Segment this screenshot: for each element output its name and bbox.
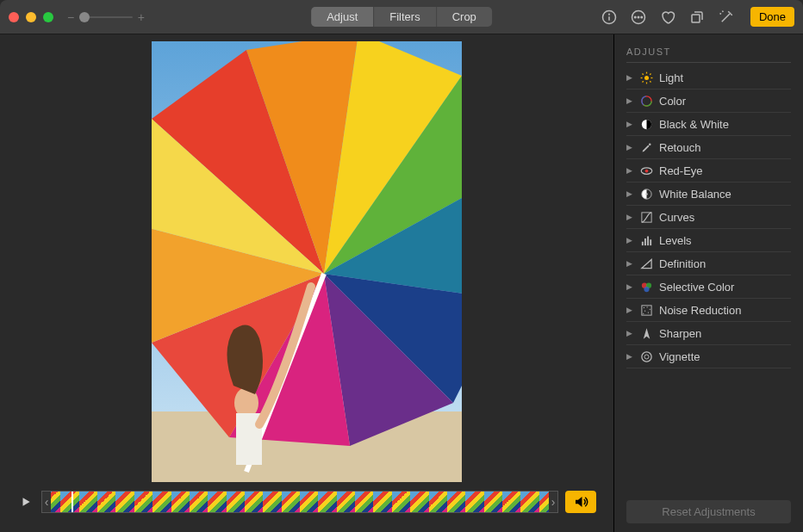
svg-rect-32	[641, 241, 643, 244]
adjust-item-label: Definition	[659, 257, 706, 270]
chevron-right-icon: ▶	[626, 282, 633, 291]
svg-line-18	[642, 73, 643, 74]
chevron-right-icon: ▶	[626, 73, 633, 82]
video-timeline[interactable]: ‹ document.write(Array.from({length:28})…	[41, 491, 558, 513]
chevron-right-icon: ▶	[626, 120, 633, 128]
svg-point-40	[643, 306, 644, 307]
chevron-right-icon: ▶	[626, 306, 633, 314]
svg-point-43	[644, 310, 645, 311]
adjust-sidebar: ADJUST ▶Light▶Color▶Black & White▶Retouc…	[613, 34, 803, 532]
fullscreen-window-button[interactable]	[43, 12, 53, 22]
sidebar-heading: ADJUST	[626, 46, 791, 63]
svg-point-30	[645, 193, 648, 195]
adjust-item-label: Retouch	[659, 141, 700, 154]
svg-point-28	[644, 169, 648, 172]
svg-point-42	[649, 308, 650, 309]
tab-crop[interactable]: Crop	[436, 7, 492, 27]
levels-icon	[639, 233, 653, 247]
audio-button[interactable]	[565, 491, 596, 513]
tab-filters[interactable]: Filters	[373, 7, 435, 27]
adjust-item-label: Red-Eye	[659, 164, 703, 177]
adjust-item-bw[interactable]: ▶Black & White	[626, 113, 791, 136]
zoom-in-icon: +	[138, 10, 145, 24]
adjust-item-definition[interactable]: ▶Definition	[626, 252, 791, 275]
adjust-item-redeye[interactable]: ▶Red-Eye	[626, 159, 791, 182]
adjust-item-selcolor[interactable]: ▶Selective Color	[626, 275, 791, 299]
adjust-item-label: Sharpen	[659, 327, 701, 340]
close-window-button[interactable]	[9, 12, 19, 22]
adjust-item-label: White Balance	[659, 188, 731, 201]
svg-rect-33	[644, 238, 646, 245]
titlebar: − + Adjust Filters Crop Done	[0, 0, 803, 34]
vignette-icon	[639, 350, 653, 363]
adjust-item-label: Vignette	[659, 350, 700, 363]
svg-rect-7	[692, 15, 700, 22]
chevron-right-icon: ▶	[626, 213, 633, 221]
svg-line-20	[642, 81, 643, 82]
adjust-item-color[interactable]: ▶Color	[626, 90, 791, 113]
adjust-item-label: Curves	[659, 211, 694, 224]
photo-preview[interactable]	[152, 41, 462, 482]
adjust-item-label: Light	[659, 71, 683, 84]
redeye-icon	[639, 164, 653, 177]
svg-point-46	[641, 351, 650, 361]
chevron-right-icon: ▶	[626, 236, 633, 244]
more-button[interactable]	[630, 9, 647, 26]
svg-point-4	[634, 16, 636, 18]
trim-handle-left[interactable]: ‹	[42, 492, 51, 512]
noise-icon	[639, 303, 653, 317]
svg-line-19	[650, 81, 650, 82]
svg-rect-34	[647, 236, 649, 245]
adjust-item-vignette[interactable]: ▶Vignette	[626, 345, 791, 368]
definition-icon	[639, 257, 653, 270]
adjust-item-label: Selective Color	[659, 281, 734, 294]
adjust-item-noise[interactable]: ▶Noise Reduction	[626, 299, 791, 322]
rotate-button[interactable]	[688, 9, 706, 26]
favorite-button[interactable]	[659, 9, 676, 26]
svg-point-2	[609, 14, 610, 15]
svg-point-13	[644, 76, 649, 80]
adjust-item-label: Levels	[659, 234, 692, 247]
adjust-item-levels[interactable]: ▶Levels	[626, 229, 791, 252]
adjust-item-wb[interactable]: ▶White Balance	[626, 182, 791, 206]
chevron-right-icon: ▶	[626, 96, 633, 105]
toolbar-right: Done	[601, 7, 794, 27]
chevron-right-icon: ▶	[626, 329, 633, 337]
window-controls	[9, 12, 53, 22]
canvas-area: ‹ document.write(Array.from({length:28})…	[0, 34, 613, 532]
svg-point-47	[644, 355, 649, 359]
curves-icon	[639, 210, 653, 224]
adjust-item-label: Color	[659, 95, 686, 108]
zoom-out-icon: −	[67, 10, 74, 24]
wb-icon	[639, 187, 653, 201]
svg-line-21	[650, 73, 650, 74]
video-controls: ‹ document.write(Array.from({length:28})…	[0, 491, 613, 513]
svg-point-38	[644, 286, 649, 291]
svg-point-41	[646, 306, 647, 307]
zoom-track[interactable]	[79, 16, 133, 18]
chevron-right-icon: ▶	[626, 166, 633, 175]
trim-handle-right[interactable]: ›	[549, 492, 557, 512]
zoom-slider[interactable]: − +	[67, 10, 145, 24]
playhead[interactable]	[72, 491, 73, 513]
minimize-window-button[interactable]	[26, 12, 36, 22]
svg-point-5	[638, 16, 639, 18]
adjust-item-retouch[interactable]: ▶Retouch	[626, 136, 791, 159]
adjust-item-sharpen[interactable]: ▶Sharpen	[626, 322, 791, 345]
reset-adjustments-button[interactable]: Reset Adjustments	[626, 500, 791, 523]
done-button[interactable]: Done	[750, 7, 794, 27]
svg-point-6	[641, 16, 643, 18]
zoom-thumb[interactable]	[79, 12, 90, 22]
bw-icon	[639, 117, 653, 131]
light-icon	[639, 71, 653, 84]
adjust-item-label: Black & White	[659, 118, 729, 131]
tab-adjust[interactable]: Adjust	[311, 7, 373, 27]
play-button[interactable]	[17, 493, 34, 510]
chevron-right-icon: ▶	[626, 259, 633, 268]
svg-point-44	[647, 312, 648, 312]
info-button[interactable]	[601, 9, 618, 26]
adjust-item-curves[interactable]: ▶Curves	[626, 206, 791, 229]
auto-enhance-button[interactable]	[718, 9, 735, 26]
retouch-icon	[639, 140, 653, 154]
adjust-item-light[interactable]: ▶Light	[626, 66, 791, 90]
